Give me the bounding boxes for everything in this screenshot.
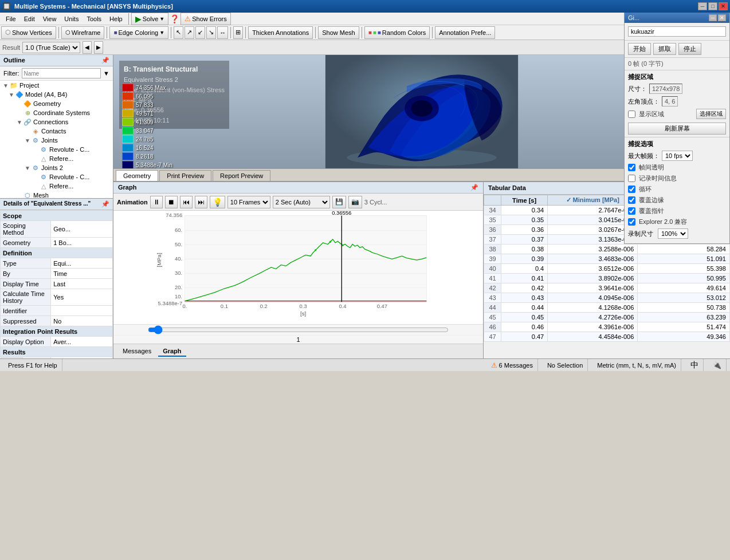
minimize-button[interactable]: ─ [698, 2, 707, 10]
tab-graph[interactable]: Graph [158, 346, 186, 357]
tree-model[interactable]: ▼ 🔷 Model (A4, B4) [0, 90, 113, 99]
anim-prev-btn[interactable]: ⏮ [180, 196, 193, 208]
solve-button[interactable]: ▶ Solve ▼ [131, 13, 168, 25]
anim-light-btn[interactable]: 💡 [210, 196, 225, 208]
tree-connections[interactable]: ▼ 🔗 Connections [0, 117, 113, 127]
fp-close[interactable]: ✕ [718, 14, 726, 21]
menu-file[interactable]: File [2, 14, 19, 23]
detail-scoping-method-key: Scoping Method [1, 221, 51, 238]
show-errors-button[interactable]: ⚠ Show Errors [180, 13, 231, 25]
svg-text:0.2: 0.2 [260, 303, 268, 309]
fp-cover-edge-check[interactable] [628, 196, 635, 204]
annotation-prefs-button[interactable]: Annotation Prefe... [435, 26, 495, 39]
maximize-button[interactable]: □ [708, 2, 717, 10]
graph-pin[interactable]: 📌 [470, 184, 478, 191]
graph-slider[interactable] [148, 326, 449, 334]
tree-mesh[interactable]: ⬡ Mesh [0, 191, 113, 198]
app-title: Multiple Systems - Mechanical [ANSYS Mul… [14, 3, 173, 10]
tree-joints2[interactable]: ▼ ⚙ Joints 2 [0, 163, 113, 172]
detail-by-key: By [1, 269, 51, 279]
fp-record-time-check[interactable] [628, 175, 635, 182]
result-label: Result [2, 44, 20, 51]
tab-messages[interactable]: Messages [118, 346, 156, 357]
menu-tools[interactable]: Tools [83, 14, 105, 23]
tree-revolute1[interactable]: ⚙ Revolute - C... [0, 145, 113, 154]
anim-next-btn[interactable]: ⏭ [195, 196, 207, 208]
edge-coloring-button[interactable]: ■ Edge Coloring ▼ [109, 26, 168, 39]
filter-icon: ▼ [103, 70, 109, 77]
filter-input[interactable] [22, 68, 101, 78]
tree-joints[interactable]: ▼ ⚙ Joints [0, 136, 113, 145]
tree-ref1[interactable]: △ Refere... [0, 154, 113, 163]
section-integration: Integration Point Results [1, 326, 113, 337]
duration-select[interactable]: 2 Sec (Auto) [273, 196, 330, 208]
table-row: 410.413.8902e-00650.995 [484, 274, 730, 283]
close-button[interactable]: ✕ [719, 2, 728, 10]
fp-explorer-check[interactable] [628, 218, 635, 226]
network-icon: 🔌 [708, 359, 727, 371]
tab-geometry[interactable]: Geometry [116, 170, 158, 181]
fp-record-size-row: 录制尺寸 100% 75% 50% [628, 228, 726, 239]
menu-view[interactable]: View [40, 14, 60, 23]
detail-identifier-key: Identifier [1, 306, 51, 316]
graph-panel: Graph 📌 Animation ⏸ ⏹ ⏮ ⏭ 💡 10 Frames 2 … [113, 182, 484, 358]
thicken-button[interactable]: Thicken Annotations [248, 26, 313, 39]
arrow-tool-4[interactable]: ↘ [206, 26, 216, 39]
anim-export-btn[interactable]: 💾 [332, 196, 346, 208]
outline-pin[interactable]: 📌 [101, 57, 109, 64]
fp-show-area-check[interactable] [628, 111, 635, 118]
tree-project[interactable]: ▼ 📁 Project [0, 81, 113, 90]
fp-refresh-btn[interactable]: 刷新屏幕 [628, 123, 726, 135]
menu-units[interactable]: Units [61, 14, 82, 23]
fp-inter-check[interactable] [628, 164, 635, 171]
result-scale-select[interactable]: 1.0 (True Scale) [22, 42, 80, 53]
svg-text:60.: 60. [175, 227, 182, 233]
result-nav-btn[interactable]: ◀ [83, 41, 92, 54]
wireframe-button[interactable]: ⬡ Wireframe [61, 26, 105, 39]
fp-stop-btn[interactable]: 停止 [678, 43, 701, 55]
details-pin[interactable]: 📌 [101, 200, 109, 208]
detail-geometry-key: Geometry [1, 238, 51, 248]
svg-point-3 [411, 100, 432, 116]
fp-select-area-btn[interactable]: 选择区域 [696, 109, 726, 119]
tree-ref2[interactable]: △ Refere... [0, 182, 113, 191]
details-table: Scope Scoping Method Geo... Geometry 1 B… [0, 210, 113, 358]
tab-report-preview[interactable]: Report Preview [213, 170, 270, 181]
fp-minimize[interactable]: ─ [709, 14, 717, 21]
tree-geometry[interactable]: 🔶 Geometry [0, 99, 113, 108]
anim-camera-btn[interactable]: 📷 [348, 196, 362, 208]
show-mesh-button[interactable]: Show Mesh [318, 26, 359, 39]
svg-text:30.: 30. [175, 270, 182, 276]
fp-capture-btn[interactable]: 抓取 [653, 43, 676, 55]
col-num [484, 195, 501, 206]
fp-username-input[interactable] [628, 26, 726, 37]
frames-select[interactable]: 10 Frames [227, 196, 270, 208]
menu-edit[interactable]: Edit [21, 14, 38, 23]
table-row: 430.434.0945e-00653.012 [484, 293, 730, 303]
result-play-btn[interactable]: ▶ [94, 41, 103, 54]
arrow-tool-5[interactable]: ↔ [217, 26, 228, 39]
random-colors-button[interactable]: ■■■ Random Colors [364, 26, 430, 39]
fp-loop-check[interactable] [628, 186, 635, 193]
anim-pause-btn[interactable]: ⏸ [150, 196, 163, 208]
filter-row: Filter: ▼ [0, 66, 113, 81]
details-panel: Details of "Equivalent Stress ..." 📌 Sco… [0, 198, 113, 358]
arrow-tool-1[interactable]: ↖ [174, 26, 183, 39]
fp-record-size-select[interactable]: 100% 75% 50% [658, 228, 688, 239]
fp-cover-cursor-check[interactable] [628, 207, 635, 215]
snap-button[interactable]: ⊞ [233, 26, 243, 39]
tree-coord[interactable]: ⊕ Coordinate Systems [0, 108, 113, 117]
tab-print-preview[interactable]: Print Preview [159, 170, 211, 181]
table-row: 400.43.6512e-00655.398 [484, 264, 730, 274]
tree-contacts[interactable]: ◈ Contacts [0, 127, 113, 136]
menu-help[interactable]: Help [106, 14, 126, 23]
show-vertices-button[interactable]: ⬡ Show Vertices [1, 26, 56, 39]
graph-toolbar: Animation ⏸ ⏹ ⏮ ⏭ 💡 10 Frames 2 Sec (Aut… [113, 194, 483, 211]
arrow-tool-2[interactable]: ↗ [185, 26, 194, 39]
anim-stop-btn[interactable]: ⏹ [165, 196, 178, 208]
fp-fps-select[interactable]: 10 fps 5 fps 15 fps 30 fps [662, 151, 693, 161]
tree-revolute2[interactable]: ⚙ Revolute - C... [0, 172, 113, 182]
col-time: Time [s] [501, 195, 548, 206]
arrow-tool-3[interactable]: ↙ [195, 26, 205, 39]
fp-start-btn[interactable]: 开始 [628, 43, 651, 55]
